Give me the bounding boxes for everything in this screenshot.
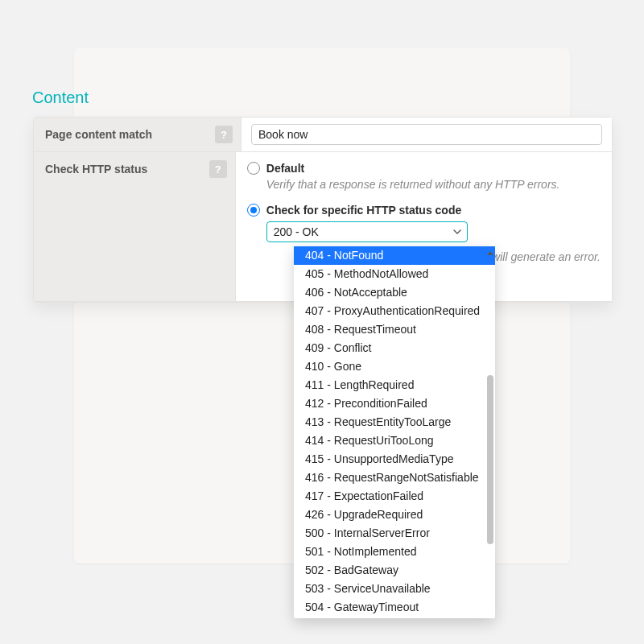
label-col: Page content match ? — [34, 118, 242, 151]
dropdown-inner: 404 - NotFound405 - MethodNotAllowed406 … — [294, 246, 495, 617]
status-option[interactable]: 406 - NotAcceptable — [294, 283, 495, 302]
status-code-dropdown[interactable]: 404 - NotFound405 - MethodNotAllowed406 … — [294, 246, 495, 618]
page-root: Content Page content match ? Check HTTP … — [0, 0, 644, 644]
radio-label-default: Default — [266, 162, 304, 175]
status-option[interactable]: 413 - RequestEntityTooLarge — [294, 413, 495, 431]
field-label: Check HTTP status — [45, 160, 147, 178]
status-option[interactable]: 501 - NotImplemented — [294, 543, 495, 561]
status-code-selected-value: 200 - OK — [274, 225, 319, 238]
status-option[interactable]: 405 - MethodNotAllowed — [294, 265, 495, 283]
radio-block-default: Default Verify that a response is return… — [247, 162, 601, 192]
status-option[interactable]: 404 - NotFound — [294, 246, 495, 265]
field-label: Page content match — [45, 126, 152, 143]
help-icon[interactable]: ? — [215, 126, 233, 143]
status-option[interactable]: 407 - ProxyAuthenticationRequired — [294, 302, 495, 320]
status-code-select[interactable]: 200 - OK — [266, 221, 468, 242]
status-option[interactable]: 409 - Conflict — [294, 339, 495, 357]
dropdown-scrollbar[interactable] — [487, 251, 493, 613]
status-option[interactable]: 500 - InternalServerError — [294, 524, 495, 543]
status-option[interactable]: 504 - GatewayTimeout — [294, 598, 495, 617]
page-content-match-input[interactable] — [251, 124, 602, 145]
status-option[interactable]: 426 - UpgradeRequired — [294, 506, 495, 524]
row-page-content-match: Page content match ? — [34, 118, 612, 152]
status-option[interactable]: 410 - Gone — [294, 357, 495, 376]
status-option[interactable]: 412 - PreconditionFailed — [294, 394, 495, 413]
radio-default[interactable] — [247, 162, 260, 175]
radio-desc-default: Verify that a response is returned witho… — [266, 176, 601, 192]
radio-specific[interactable] — [247, 204, 260, 217]
status-option[interactable]: 502 - BadGateway — [294, 561, 495, 580]
status-option[interactable]: 417 - ExpectationFailed — [294, 487, 495, 506]
status-option[interactable]: 414 - RequestUriTooLong — [294, 431, 495, 450]
input-col — [242, 118, 612, 151]
radio-line: Check for specific HTTP status code — [247, 204, 601, 217]
content-form: Page content match ? Check HTTP status ?… — [33, 117, 613, 303]
chevron-down-icon — [453, 228, 461, 236]
status-option[interactable]: 416 - RequestRangeNotSatisfiable — [294, 469, 495, 487]
radio-line: Default — [247, 162, 601, 175]
scroll-track[interactable] — [487, 258, 493, 613]
status-option[interactable]: 503 - ServiceUnavailable — [294, 580, 495, 598]
section-title-content: Content — [32, 48, 570, 118]
scroll-thumb[interactable] — [487, 375, 493, 544]
status-code-select-wrap: 200 - OK — [266, 221, 468, 242]
label-col: Check HTTP status ? — [34, 152, 236, 301]
radio-label-specific: Check for specific HTTP status code — [266, 204, 461, 217]
scroll-up-icon[interactable] — [487, 251, 493, 255]
help-icon[interactable]: ? — [209, 160, 227, 178]
status-option[interactable]: 408 - RequestTimeout — [294, 320, 495, 339]
status-option[interactable]: 411 - LengthRequired — [294, 376, 495, 394]
status-option[interactable]: 415 - UnsupportedMediaType — [294, 450, 495, 469]
